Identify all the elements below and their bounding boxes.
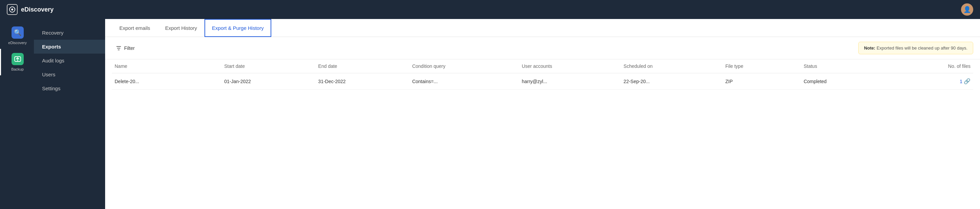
nav-item-audit-logs[interactable]: Audit logs (34, 54, 105, 67)
sidebar-item-backup[interactable]: Backup (0, 49, 34, 75)
sidebar-label-backup: Backup (11, 67, 24, 71)
cell-start-date: 01-Jan-2022 (221, 73, 315, 89)
ediscovery-icon: 🔍 (11, 27, 24, 39)
tab-export-purge-history[interactable]: Export & Purge History (204, 19, 271, 37)
cell-condition-query: Contains=... (409, 73, 519, 89)
sidebar: 🔍 eDiscovery Backup (0, 19, 34, 209)
cell-user-accounts: harry@zyl... (519, 73, 621, 89)
cell-file-type: ZIP (722, 73, 801, 89)
cell-no-of-files[interactable]: 1 🔗 (895, 73, 973, 89)
filter-label: Filter (124, 45, 135, 51)
col-header-name: Name (112, 59, 221, 73)
top-bar: eDiscovery 👤 (0, 0, 980, 19)
backup-icon (11, 53, 24, 65)
tab-export-emails[interactable]: Export emails (112, 19, 158, 37)
col-header-end-date: End date (315, 59, 409, 73)
attachment-icon: 🔗 (964, 78, 970, 85)
col-header-condition-query: Condition query (409, 59, 519, 73)
nav-item-exports[interactable]: Exports (34, 40, 105, 54)
nav-item-recovery[interactable]: Recovery (34, 26, 105, 40)
table-row: Delete-20... 01-Jan-2022 31-Dec-2022 Con… (112, 73, 973, 89)
col-header-file-type: File type (722, 59, 801, 73)
avatar[interactable]: 👤 (961, 3, 973, 16)
content-area: Export emails Export History Export & Pu… (105, 19, 980, 209)
nav-item-settings[interactable]: Settings (34, 81, 105, 95)
cell-status: Completed (801, 73, 895, 89)
exports-table: Name Start date End date Condition query… (112, 59, 973, 89)
cell-name: Delete-20... (112, 73, 221, 89)
app-logo: eDiscovery (7, 4, 54, 15)
col-header-scheduled-on: Scheduled on (621, 59, 722, 73)
col-header-user-accounts: User accounts (519, 59, 621, 73)
filter-icon (116, 45, 121, 51)
svg-point-1 (11, 8, 13, 11)
secondary-nav: Recovery Exports Audit logs Users Settin… (34, 19, 105, 209)
toolbar: Filter Note: Exported files will be clea… (105, 37, 980, 59)
cell-end-date: 31-Dec-2022 (315, 73, 409, 89)
note-box: Note: Exported files will be cleaned up … (858, 42, 973, 54)
table-header-row: Name Start date End date Condition query… (112, 59, 973, 73)
note-prefix: Note: (864, 45, 875, 51)
logo-icon (7, 4, 18, 15)
sidebar-label-ediscovery: eDiscovery (8, 41, 27, 45)
app-name: eDiscovery (21, 6, 54, 13)
tab-bar: Export emails Export History Export & Pu… (105, 19, 980, 37)
tab-export-history[interactable]: Export History (158, 19, 204, 37)
nav-item-users[interactable]: Users (34, 67, 105, 81)
col-header-start-date: Start date (221, 59, 315, 73)
file-count: 1 (960, 79, 963, 84)
table-wrapper: Name Start date End date Condition query… (105, 59, 980, 209)
note-text: Exported files will be cleaned up after … (877, 45, 967, 51)
filter-button[interactable]: Filter (112, 43, 139, 53)
cell-scheduled-on: 22-Sep-20... (621, 73, 722, 89)
sidebar-item-ediscovery[interactable]: 🔍 eDiscovery (0, 22, 34, 49)
col-header-status: Status (801, 59, 895, 73)
col-header-no-of-files: No. of files (895, 59, 973, 73)
